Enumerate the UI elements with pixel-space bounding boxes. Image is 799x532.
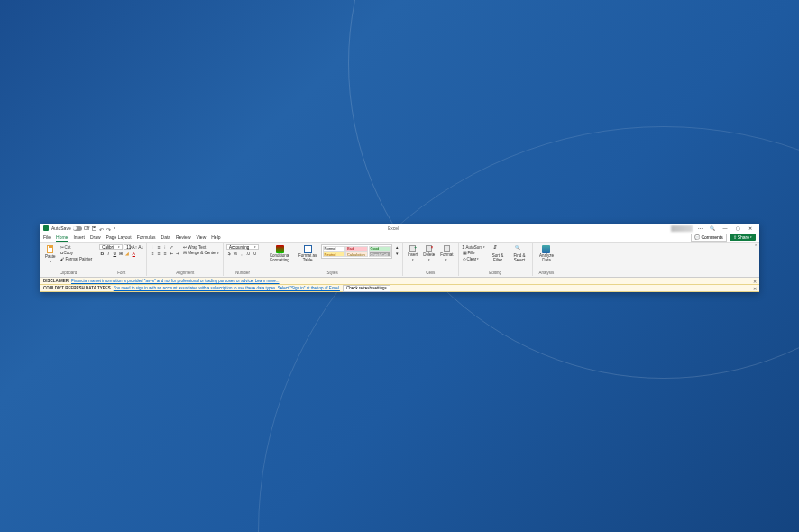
cut-button[interactable]: ✂Cut — [60, 244, 94, 250]
decrease-font-icon[interactable]: A↓ — [138, 244, 143, 250]
cell-styles-gallery[interactable]: Normal Bad Good Neutral Calculation Chec… — [321, 244, 392, 259]
increase-font-icon[interactable]: A↑ — [132, 244, 137, 250]
align-left-icon[interactable]: ≡ — [150, 251, 155, 256]
decrease-decimal-icon[interactable]: .0 — [252, 251, 257, 256]
italic-button[interactable]: I — [106, 251, 111, 256]
tab-home[interactable]: Home — [56, 234, 68, 242]
tab-help[interactable]: Help — [211, 234, 220, 241]
styles-more-down-icon[interactable]: ▾ — [394, 251, 400, 256]
comma-icon[interactable]: , — [239, 251, 244, 256]
style-bad[interactable]: Bad — [345, 246, 368, 252]
share-button[interactable]: ⇧ Share ▾ — [730, 234, 756, 241]
align-middle-icon[interactable]: ≡ — [156, 244, 161, 250]
find-select-button[interactable]: 🔍Find & Select — [510, 244, 529, 263]
format-as-table-button[interactable]: Format as Table — [296, 244, 319, 263]
maximize-button[interactable]: ▢ — [732, 225, 743, 232]
insert-icon — [409, 245, 416, 252]
align-center-icon[interactable]: ≡ — [156, 251, 161, 256]
tab-draw[interactable]: Draw — [90, 234, 101, 241]
analyze-data-button[interactable]: Analyze Data — [536, 244, 557, 263]
copy-button[interactable]: ⧉Copy — [60, 251, 94, 256]
style-check-cell[interactable]: Check Cell — [369, 252, 391, 257]
style-good[interactable]: Good — [369, 246, 391, 252]
underline-button[interactable]: U — [112, 251, 117, 256]
paste-button[interactable]: Paste ▾ — [43, 244, 58, 264]
percent-icon[interactable]: % — [233, 251, 238, 256]
number-format-select[interactable]: Accounting▾ — [226, 244, 259, 250]
search-icon[interactable]: 🔍 — [707, 225, 718, 232]
wrap-text-button[interactable]: ↩Wrap Text — [182, 244, 220, 250]
font-size-select[interactable]: 11▾ — [124, 244, 131, 250]
share-icon: ⇧ — [733, 234, 737, 240]
share-label: Share — [738, 234, 749, 240]
save-icon[interactable] — [92, 226, 96, 231]
comments-label: Comments — [701, 234, 722, 240]
style-calculation[interactable]: Calculation — [345, 252, 368, 257]
tab-view[interactable]: View — [197, 234, 207, 241]
comments-button[interactable]: 💬 Comments — [691, 234, 726, 242]
format-painter-button[interactable]: 🖌Format Painter — [60, 256, 94, 261]
disclaimer-text[interactable]: Financial market information is provided… — [71, 279, 280, 283]
minimize-button[interactable]: — — [720, 225, 730, 232]
svg-rect-1 — [94, 226, 96, 228]
font-color-button[interactable]: A — [131, 251, 136, 256]
indent-inc-icon[interactable]: ⇥ — [175, 251, 180, 256]
find-icon: 🔍 — [515, 245, 523, 253]
border-button[interactable]: ⊞ — [118, 251, 124, 256]
group-label: Styles — [265, 271, 400, 275]
align-top-icon[interactable]: ⁝ — [150, 244, 155, 250]
bold-button[interactable]: B — [99, 251, 105, 256]
collapse-ribbon-icon[interactable]: ⌃ — [754, 243, 758, 249]
autosum-button[interactable]: ΣAutoSum▾ — [462, 244, 486, 250]
tab-file[interactable]: File — [43, 234, 51, 241]
tab-review[interactable]: Review — [176, 234, 190, 241]
copy-icon: ⧉ — [60, 251, 63, 255]
refresh-error-bar: COULDN'T REFRESH DATA TYPES You need to … — [40, 285, 759, 292]
disclaimer-title: DISCLAIMER — [43, 279, 69, 283]
sort-filter-button[interactable]: ⇵Sort & Filter — [488, 244, 508, 263]
close-refresh-error-icon[interactable]: ✕ — [753, 286, 757, 291]
fill-button[interactable]: ▦Fill▾ — [462, 251, 486, 256]
titlebar: AutoSave Off ↶ ↷ ▾ Excel ⋯ 🔍 — ▢ ✕ — [40, 224, 759, 233]
group-label: Font — [99, 271, 143, 275]
tab-insert[interactable]: Insert — [73, 234, 85, 241]
refresh-error-text[interactable]: You need to sign in with an account asso… — [114, 286, 340, 290]
ribbon-options-icon[interactable]: ⋯ — [694, 225, 705, 232]
increase-decimal-icon[interactable]: .0 — [245, 251, 251, 256]
style-normal[interactable]: Normal — [323, 246, 345, 252]
insert-cells-button[interactable]: Insert▾ — [406, 244, 419, 262]
delete-cells-button[interactable]: Delete▾ — [421, 244, 436, 262]
undo-icon[interactable]: ↶ — [99, 226, 104, 231]
close-disclaimer-icon[interactable]: ✕ — [753, 279, 757, 284]
font-name-select[interactable]: Calibri▾ — [99, 244, 123, 250]
merge-icon: ⊟ — [183, 251, 187, 255]
align-bottom-icon[interactable]: ⁝ — [162, 244, 168, 250]
tab-page-layout[interactable]: Page Layout — [106, 234, 132, 241]
qat-dropdown-icon[interactable]: ▾ — [114, 226, 115, 230]
close-button[interactable]: ✕ — [745, 225, 756, 232]
clear-button[interactable]: ◇Clear▾ — [462, 256, 486, 261]
cond-format-icon — [276, 245, 284, 253]
style-neutral[interactable]: Neutral — [323, 252, 345, 257]
fill-color-button[interactable]: ◢ — [124, 251, 130, 256]
currency-icon[interactable]: $ — [226, 251, 232, 256]
conditional-formatting-button[interactable]: Conditional Formatting — [265, 244, 294, 263]
user-account[interactable] — [671, 225, 693, 232]
orientation-icon[interactable]: ⤢ — [169, 244, 174, 250]
toggle-switch[interactable] — [73, 226, 82, 231]
check-refresh-settings-button[interactable]: Check refresh settings — [343, 285, 390, 292]
chevron-down-icon: ▾ — [750, 235, 752, 239]
tab-formulas[interactable]: Formulas — [137, 234, 156, 241]
refresh-error-title: COULDN'T REFRESH DATA TYPES — [43, 286, 111, 290]
scissors-icon: ✂ — [60, 245, 64, 250]
format-cells-button[interactable]: Format▾ — [438, 244, 455, 262]
merge-center-button[interactable]: ⊟Merge & Center▾ — [182, 251, 220, 256]
styles-more-up-icon[interactable]: ▴ — [394, 244, 400, 250]
analyze-icon — [542, 245, 550, 253]
align-right-icon[interactable]: ≡ — [162, 251, 168, 256]
group-alignment: ⁝ ≡ ⁝ ⤢ ≡ ≡ ≡ ⇤ ⇥ ↩Wrap Text ⊟Mer — [147, 243, 224, 276]
indent-dec-icon[interactable]: ⇤ — [169, 251, 174, 256]
tab-data[interactable]: Data — [161, 234, 171, 241]
autosave-toggle[interactable]: AutoSave Off — [51, 225, 89, 231]
redo-icon[interactable]: ↷ — [106, 226, 111, 231]
